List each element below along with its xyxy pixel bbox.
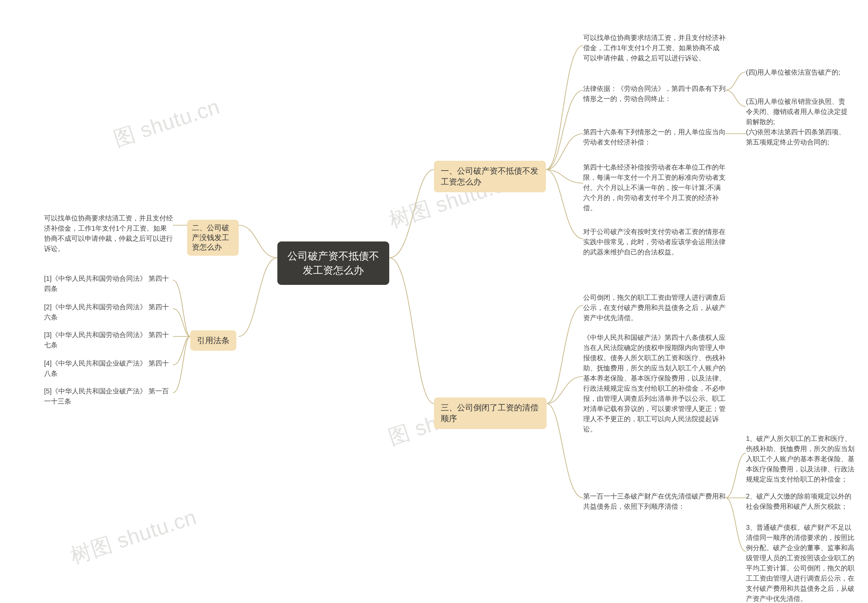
leaf-ref-5: [5]《中华人民共和国企业破产法》 第一百一十三条 [44, 386, 173, 406]
leaf-s3-c2: 2、破产人欠缴的除前项规定以外的社会保险费用和破产人所欠税款； [746, 491, 854, 512]
leaf-ref-4: [4]《中华人民共和国企业破产法》 第四十八条 [44, 358, 173, 379]
leaf-s1-c1: (六)依照本法第四十四条第四项、第五项规定终止劳动合同的; [746, 127, 851, 147]
leaf-s1-b: 法律依据：《劳动合同法》，第四十四条有下列情形之一的，劳动合同终止： [583, 83, 726, 104]
branch-section-2[interactable]: 二、公司破产没钱发工资怎么办 [187, 220, 239, 256]
branch-section-1[interactable]: 一、公司破产资不抵债不发工资怎么办 [434, 161, 546, 192]
leaf-ref-2: [2]《中华人民共和国劳动合同法》 第四十六条 [44, 302, 173, 322]
connector-layer [0, 0, 868, 603]
leaf-ref-3: [3]《中华人民共和国劳动合同法》 第四十七条 [44, 330, 173, 350]
branch-section-3[interactable]: 三、公司倒闭了工资的清偿顺序 [434, 397, 547, 429]
leaf-s3-b: 《中华人民共和国破产法》第四十八条债权人应当在人民法院确定的债权申报期限内向管理… [583, 332, 726, 434]
leaf-s3-a: 公司倒闭，拖欠的职工工资由管理人进行调查后公示，在支付破产费用和共益债务之后，从… [583, 292, 726, 323]
watermark: 树图 shutu.cn [66, 502, 200, 570]
leaf-s1-a: 可以找单位协商要求结清工资，并且支付经济补偿金，工作1年支付1个月工资。如果协商… [583, 32, 726, 63]
leaf-s1-b2: (五)用人单位被吊销营业执照、责令关闭、撤销或者用人单位决定提前解散的; [746, 96, 851, 127]
root-node[interactable]: 公司破产资不抵债不发工资怎么办 [277, 241, 389, 285]
branch-references[interactable]: 引用法条 [190, 330, 236, 351]
leaf-s1-c: 第四十六条有下列情形之一的，用人单位应当向劳动者支付经济补偿： [583, 127, 726, 147]
leaf-s3-c1: 1、破产人所欠职工的工资和医疗、伤残补助、抚恤费用，所欠的应当划入职工个人账户的… [746, 433, 854, 484]
leaf-s3-c: 第一百一十三条破产财产在优先清偿破产费用和共益债务后，依照下列顺序清偿： [583, 491, 726, 512]
watermark: 图 shutu.cn [110, 92, 224, 153]
leaf-s1-b1: (四)用人单位被依法宣告破产的; [746, 67, 851, 77]
leaf-s2-text: 可以找单位协商要求结清工资，并且支付经济补偿金，工作1年支付1个月工资。如果协商… [44, 213, 173, 254]
leaf-s1-e: 对于公司破产没有按时支付劳动者工资的情形在实践中很常见，此时，劳动者应该学会运用… [583, 227, 726, 257]
leaf-s3-c3: 3、普通破产债权。破产财产不足以清偿同一顺序的清偿要求的，按照比例分配。破产企业… [746, 522, 854, 603]
leaf-ref-1: [1]《中华人民共和国劳动合同法》 第四十四条 [44, 273, 173, 294]
leaf-s1-d: 第四十七条经济补偿按劳动者在本单位工作的年限，每满一年支付一个月工资的标准向劳动… [583, 162, 726, 213]
